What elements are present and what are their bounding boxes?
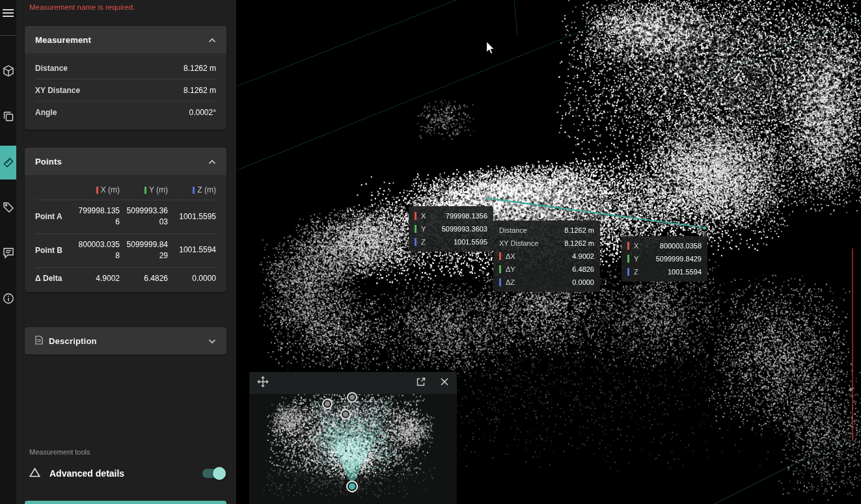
measure-point-b-marker[interactable]: B <box>700 223 709 233</box>
layers-tool-button[interactable] <box>0 105 16 128</box>
chevron-up-icon <box>208 34 216 46</box>
advanced-details-toggle[interactable] <box>202 469 225 478</box>
tooltip-row-xy-distance: XY Distance8.1262 m <box>499 237 594 250</box>
minimap-waypoint[interactable] <box>322 399 333 409</box>
toolbar-divider <box>0 35 16 36</box>
description-card-header[interactable]: Description <box>25 327 226 354</box>
minimap-body <box>249 394 457 504</box>
points-table: X (m) Y (m) Z (m) Point A 799998.1356 50… <box>25 175 226 292</box>
measure-tool-button-active[interactable] <box>0 146 16 179</box>
left-toolbar <box>0 0 16 504</box>
layers-icon <box>3 111 14 122</box>
viewport-3d: A B X799998.1356 Y5099993.3603 Z1001.559… <box>236 0 861 504</box>
marker-dot <box>703 226 706 230</box>
info-tool-button[interactable] <box>0 287 16 310</box>
tooltip-row-y: Y5099993.3603 <box>415 222 487 235</box>
x-axis-color-bar <box>96 187 98 194</box>
comment-icon <box>3 247 14 259</box>
minimap-waypoint[interactable] <box>340 409 351 419</box>
y-axis-color-bar <box>144 187 146 194</box>
minimap-waypoint[interactable] <box>347 392 357 403</box>
measurement-card: Measurement Distance 8.1262 m XY Distanc… <box>25 26 226 129</box>
menu-icon <box>3 8 14 18</box>
comment-tool-button[interactable] <box>0 241 16 265</box>
description-card-title: Description <box>35 336 97 347</box>
point-a-tooltip: X799998.1356 Y5099993.3603 Z1001.5595 <box>409 206 493 252</box>
info-icon <box>3 293 14 304</box>
x-axis-color-bar <box>627 242 629 250</box>
measure-point-a-marker[interactable]: A <box>484 194 493 204</box>
advanced-details-label: Advanced details <box>49 468 124 479</box>
y-axis-color-bar <box>627 255 629 263</box>
chevron-down-icon <box>208 335 216 347</box>
points-card: Points X (m) Y (m) Z (m) Point A 799998.… <box>25 148 226 292</box>
tooltip-row-distance: Distance8.1262 m <box>499 224 594 237</box>
y-axis-color-bar <box>415 225 417 233</box>
point-a-row: Point A 799998.1356 5099993.3603 1001.55… <box>35 200 216 233</box>
measurement-sidebar: Measurement name is required. Measuremen… <box>16 0 236 504</box>
points-table-header: X (m) Y (m) Z (m) <box>35 181 216 198</box>
measurement-row-xy-distance: XY Distance 8.1262 m <box>35 79 216 101</box>
z-axis-color-bar <box>499 278 501 286</box>
minimap-expand-button[interactable] <box>416 377 426 390</box>
measurement-row-distance: Distance 8.1262 m <box>35 57 216 79</box>
tooltip-row-x: X800003.0358 <box>627 239 702 252</box>
delta-row: Δ Delta 4.9002 6.4826 0.0000 <box>35 267 216 289</box>
z-axis-color-bar <box>193 187 195 194</box>
tooltip-row-z: Z1001.5594 <box>627 265 702 278</box>
row-label: Distance <box>35 64 68 73</box>
minimap-close-button[interactable] <box>440 377 449 389</box>
row-value: 0.0002° <box>189 108 216 117</box>
marker-dot <box>487 197 490 200</box>
chevron-up-icon <box>208 155 216 167</box>
minimap-header[interactable] <box>249 372 457 394</box>
row-value: 8.1262 m <box>184 64 216 73</box>
error-message: Measurement name is required. <box>29 3 135 11</box>
tooltip-row-z: Z1001.5595 <box>415 235 487 248</box>
close-icon <box>440 377 449 389</box>
x-axis-color-bar <box>499 252 501 260</box>
measurement-card-header[interactable]: Measurement <box>25 26 226 53</box>
points-card-title: Points <box>35 157 62 166</box>
column-header-y: Y (m) <box>125 185 168 194</box>
advanced-details-row: Advanced details <box>29 462 225 484</box>
measure-ruler-icon <box>2 156 15 169</box>
x-axis-color-bar <box>415 212 417 220</box>
row-label: XY Distance <box>35 86 80 95</box>
z-axis-color-bar <box>415 238 417 246</box>
y-axis-color-bar <box>499 265 501 273</box>
column-header-z: Z (m) <box>173 185 216 194</box>
tooltip-row-dz: ΔZ0.0000 <box>499 276 594 289</box>
menu-button[interactable] <box>0 1 16 25</box>
save-button-partial[interactable] <box>25 501 226 504</box>
minimap-camera-marker[interactable] <box>346 481 358 492</box>
minimap-move-button[interactable] <box>257 376 269 390</box>
measurement-tools-label: Measurement tools <box>29 448 90 456</box>
tag-tool-button[interactable] <box>0 196 16 219</box>
tag-icon <box>3 202 14 213</box>
row-value: 8.1262 m <box>184 86 216 95</box>
measurement-tooltip: Distance8.1262 m XY Distance8.1262 m ΔX4… <box>493 220 600 292</box>
tooltip-row-dy: ΔY6.4826 <box>499 263 594 276</box>
move-icon <box>257 376 269 390</box>
z-axis-color-bar <box>627 268 629 276</box>
point-b-tooltip: X800003.0358 Y5099999.8429 Z1001.5594 <box>622 236 707 282</box>
row-label: Angle <box>35 108 57 117</box>
tooltip-row-dx: ΔX4.9002 <box>499 250 594 263</box>
measurement-row-angle: Angle 0.0002° <box>35 101 216 123</box>
triangle-icon <box>29 468 40 480</box>
point-b-row: Point B 800003.0358 5099999.8429 1001.55… <box>35 233 216 267</box>
minimap-panel <box>249 372 457 504</box>
measurement-card-title: Measurement <box>35 35 91 45</box>
points-card-header[interactable]: Points <box>25 148 226 175</box>
app-root: Measurement name is required. Measuremen… <box>0 0 861 504</box>
open-in-full-icon <box>416 377 426 390</box>
document-icon <box>35 336 43 347</box>
measurement-card-body: Distance 8.1262 m XY Distance 8.1262 m A… <box>25 53 226 129</box>
model-tool-button[interactable] <box>0 59 16 83</box>
tooltip-row-x: X799998.1356 <box>415 209 487 222</box>
description-card: Description <box>25 327 226 354</box>
column-header-x: X (m) <box>77 185 120 194</box>
tooltip-row-y: Y5099999.8429 <box>627 252 702 265</box>
cube-icon <box>3 65 14 77</box>
